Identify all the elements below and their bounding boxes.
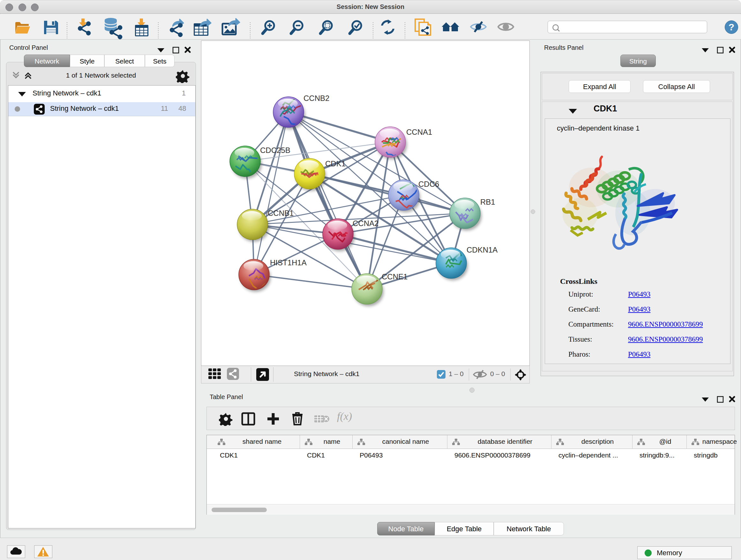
svg-text:RB1: RB1 [480, 198, 495, 206]
svg-text:CDC25B: CDC25B [260, 146, 290, 154]
svg-text:CCNE1: CCNE1 [382, 272, 408, 281]
svg-text:CCNB1: CCNB1 [268, 209, 293, 217]
svg-text:CCNB2: CCNB2 [304, 94, 329, 103]
svg-text:CDKN1A: CDKN1A [467, 246, 497, 254]
svg-text:CCNA1: CCNA1 [406, 128, 432, 136]
svg-text:CDK1: CDK1 [325, 159, 346, 168]
svg-text:HIST1H1A: HIST1H1A [270, 258, 307, 267]
svg-text:CDC6: CDC6 [418, 180, 439, 188]
svg-text:CCNA2: CCNA2 [353, 219, 379, 228]
